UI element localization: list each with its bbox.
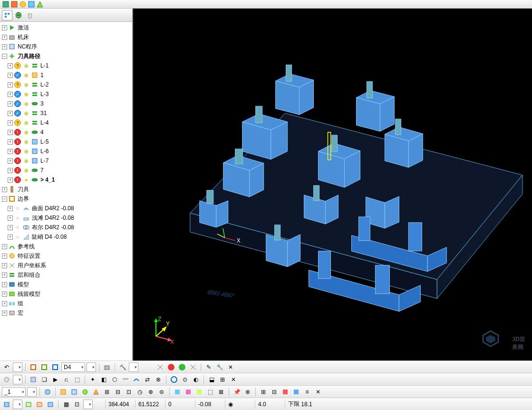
icon[interactable] bbox=[291, 387, 301, 397]
wrench-icon[interactable]: 🔧 bbox=[215, 362, 224, 372]
icon[interactable] bbox=[58, 387, 68, 397]
icon[interactable]: ≡ bbox=[302, 387, 312, 397]
icon[interactable] bbox=[46, 400, 55, 409]
expander-icon[interactable]: + bbox=[2, 25, 7, 30]
tree-item[interactable]: + 刀具 bbox=[0, 185, 132, 194]
icon[interactable]: ⊟ bbox=[270, 387, 279, 397]
tree-item[interactable]: + ✓◉ L-3 bbox=[0, 89, 132, 99]
icon[interactable]: ⬚ bbox=[72, 375, 82, 384]
icon[interactable] bbox=[24, 400, 33, 409]
tree-item[interactable]: − 边界 bbox=[0, 194, 132, 204]
expander-icon[interactable]: + bbox=[2, 244, 7, 249]
expander-icon[interactable]: + bbox=[8, 149, 13, 154]
expander-icon[interactable]: + bbox=[8, 130, 13, 135]
icon[interactable]: ⊕ bbox=[146, 387, 155, 397]
tab-globe-icon[interactable] bbox=[13, 10, 24, 20]
history-icon[interactable]: ↶ bbox=[2, 362, 11, 372]
expander-icon[interactable]: + bbox=[8, 215, 13, 221]
roi2-icon[interactable] bbox=[39, 362, 49, 372]
icon[interactable]: ⊞ bbox=[218, 375, 227, 384]
icon[interactable]: ⊡ bbox=[124, 387, 134, 397]
icon[interactable]: ⊞ bbox=[102, 387, 112, 397]
expander-icon[interactable]: + bbox=[8, 168, 13, 173]
tree-item[interactable]: + 层和组合 bbox=[0, 270, 132, 280]
expander-icon[interactable]: + bbox=[2, 254, 7, 259]
icon[interactable] bbox=[194, 387, 204, 397]
close-icon[interactable]: ✕ bbox=[226, 362, 235, 372]
tree-item[interactable]: + 机床 bbox=[0, 32, 132, 42]
icon[interactable] bbox=[29, 375, 38, 384]
tree-item[interactable]: + ?◉ L-1 bbox=[0, 61, 132, 70]
roi3-icon[interactable] bbox=[50, 362, 60, 372]
icon[interactable]: ⊗ bbox=[243, 387, 252, 397]
ball-g-icon[interactable] bbox=[177, 362, 187, 372]
tool-combo[interactable]: D4 bbox=[61, 362, 85, 372]
toolbar-icon[interactable] bbox=[19, 0, 27, 8]
ring-icon[interactable] bbox=[169, 375, 179, 384]
tree-item[interactable]: + 用户坐标系 bbox=[0, 261, 132, 270]
expander-icon[interactable]: + bbox=[8, 120, 13, 126]
clock-icon[interactable]: ◷ bbox=[135, 387, 145, 397]
tree-item[interactable]: + !● > 4_1 bbox=[0, 175, 132, 185]
icon[interactable]: ◐ bbox=[191, 375, 201, 384]
icon[interactable]: ⇄ bbox=[143, 375, 152, 384]
icon[interactable]: ⊖ bbox=[157, 387, 166, 397]
dropdown[interactable] bbox=[13, 375, 22, 384]
tree-item[interactable]: + 特征设置 bbox=[0, 251, 132, 261]
dropdown[interactable] bbox=[13, 362, 22, 372]
expander-icon[interactable]: + bbox=[8, 177, 13, 183]
icon[interactable] bbox=[184, 387, 193, 397]
tree-item[interactable]: + ○ 浅滩 D4R2 -0.08 bbox=[0, 213, 132, 223]
tab-tree-icon[interactable] bbox=[2, 10, 12, 20]
dropdown[interactable] bbox=[13, 400, 22, 409]
expander-icon[interactable]: + bbox=[8, 158, 13, 164]
expander-icon[interactable]: − bbox=[2, 196, 7, 202]
param-combo[interactable]: _1 bbox=[2, 387, 26, 397]
tree-item[interactable]: + ○ 陡峭 D4 -0.08 bbox=[0, 232, 132, 242]
expander-icon[interactable]: + bbox=[8, 101, 13, 107]
icon[interactable] bbox=[281, 387, 290, 397]
cube-icon[interactable] bbox=[102, 362, 112, 372]
tree-item[interactable]: + !◉ L-7 bbox=[0, 156, 132, 166]
icon[interactable]: ⬡ bbox=[110, 375, 119, 384]
tree-item[interactable]: + 模型 bbox=[0, 280, 132, 289]
expander-icon[interactable]: + bbox=[2, 273, 7, 278]
expander-icon[interactable]: + bbox=[2, 44, 7, 49]
close-icon[interactable]: ✕ bbox=[313, 387, 323, 397]
viewport-3d[interactable]: 8561-4B67 X Z Y X 3D世界网 bbox=[133, 9, 532, 361]
icon[interactable] bbox=[91, 387, 101, 397]
hammer-icon[interactable]: 🔨 bbox=[118, 362, 127, 372]
dropdown[interactable] bbox=[27, 387, 37, 397]
dropdown[interactable] bbox=[83, 400, 93, 409]
expander-icon[interactable]: + bbox=[2, 35, 7, 40]
tree-item[interactable]: + ○ 布尔 D4R2 -0.08 bbox=[0, 223, 132, 232]
tree-item[interactable]: + ✓◉ 31 bbox=[0, 108, 132, 118]
icon[interactable]: ⊠ bbox=[216, 387, 226, 397]
icon[interactable]: ⬚ bbox=[205, 387, 215, 397]
icon[interactable]: ⬓ bbox=[207, 375, 216, 384]
icon[interactable]: ⊙ bbox=[180, 375, 190, 384]
expander-icon[interactable]: + bbox=[8, 63, 13, 68]
ball-r-icon[interactable] bbox=[166, 362, 176, 372]
tree-item[interactable]: + !◉ 4 bbox=[0, 127, 132, 137]
icon[interactable] bbox=[69, 387, 79, 397]
tree-item[interactable]: + 激活 bbox=[0, 23, 132, 32]
expander-icon[interactable]: + bbox=[2, 282, 7, 287]
toolbar-icon[interactable] bbox=[2, 0, 10, 8]
icon[interactable] bbox=[132, 375, 141, 384]
expander-icon[interactable]: + bbox=[8, 111, 13, 116]
toolbar-icon[interactable] bbox=[10, 0, 18, 8]
tree-view[interactable]: + 激活 + 机床 + NC程序 − 刀具路径 + ?◉ L-1 + ✓◉ 1 … bbox=[0, 22, 132, 361]
tree-item[interactable]: + 残留模型 bbox=[0, 289, 132, 299]
expander-icon[interactable]: + bbox=[2, 292, 7, 297]
tree-item[interactable]: + !◉ L-5 bbox=[0, 137, 132, 146]
dropdown[interactable] bbox=[129, 362, 138, 372]
tree-item[interactable]: + ✓◉ 1 bbox=[0, 70, 132, 80]
axis-icon[interactable] bbox=[155, 362, 165, 372]
icon[interactable] bbox=[2, 375, 11, 384]
tree-item[interactable]: + ?◉ L-4 bbox=[0, 118, 132, 127]
expander-icon[interactable]: + bbox=[8, 139, 13, 145]
dropdown[interactable] bbox=[87, 362, 96, 372]
icon[interactable]: ⊟ bbox=[113, 387, 123, 397]
tab-bin-icon[interactable] bbox=[25, 10, 35, 20]
